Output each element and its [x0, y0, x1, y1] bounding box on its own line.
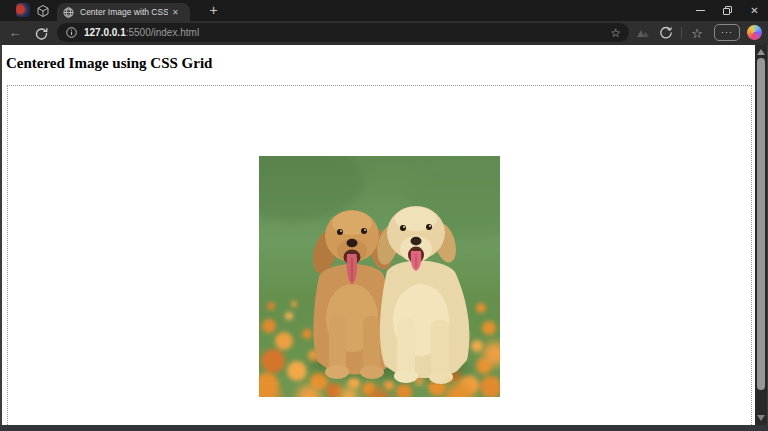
- workspaces-icon[interactable]: [36, 4, 50, 18]
- tab-close-icon[interactable]: ✕: [172, 8, 179, 17]
- refresh-button[interactable]: [35, 26, 48, 39]
- address-bar[interactable]: 127.0.0.1:5500/index.html ☆: [57, 23, 629, 42]
- tab-bar: Center Image with CSS Grid ✕ + ✕: [0, 0, 768, 21]
- back-button[interactable]: ←: [8, 25, 22, 40]
- profile-avatar[interactable]: [16, 3, 30, 17]
- window-controls: ✕: [687, 0, 768, 21]
- new-tab-button[interactable]: +: [205, 2, 222, 19]
- toolbar-divider: [681, 27, 682, 39]
- settings-menu-button[interactable]: ···: [714, 24, 740, 41]
- active-tab[interactable]: Center Image with CSS Grid ✕: [57, 3, 190, 21]
- site-info-icon[interactable]: [66, 27, 77, 38]
- url-path: :5500/index.html: [126, 27, 199, 38]
- window-border-bottom: [0, 425, 768, 431]
- restore-button[interactable]: [714, 0, 741, 21]
- window-border-left: [0, 45, 2, 425]
- browser-essentials-icon[interactable]: [658, 25, 674, 41]
- copilot-icon[interactable]: [747, 25, 762, 40]
- browser-window: Center Image with CSS Grid ✕ + ✕ ←: [0, 0, 768, 431]
- browser-toolbar: ← 127.0.0.1:5500/index.html ☆: [0, 21, 768, 45]
- page-scrollbar[interactable]: [755, 45, 767, 425]
- close-button[interactable]: ✕: [741, 0, 768, 21]
- minimize-button[interactable]: [687, 0, 714, 21]
- url-host: 127.0.0.1: [84, 27, 126, 38]
- page-heading: Centered Image using CSS Grid: [6, 55, 212, 72]
- scrollbar-thumb[interactable]: [757, 58, 765, 390]
- tab-title: Center Image with CSS Grid: [80, 7, 168, 17]
- globe-favicon-icon: [63, 7, 74, 18]
- favorites-icon[interactable]: ☆: [689, 25, 705, 41]
- split-screen-icon[interactable]: [635, 25, 651, 41]
- scroll-up-icon[interactable]: [757, 49, 765, 55]
- bookmark-star-icon[interactable]: ☆: [610, 27, 621, 39]
- puppies-image: [259, 156, 500, 397]
- scroll-down-icon[interactable]: [757, 415, 765, 421]
- page-viewport: Centered Image using CSS Grid: [2, 45, 755, 425]
